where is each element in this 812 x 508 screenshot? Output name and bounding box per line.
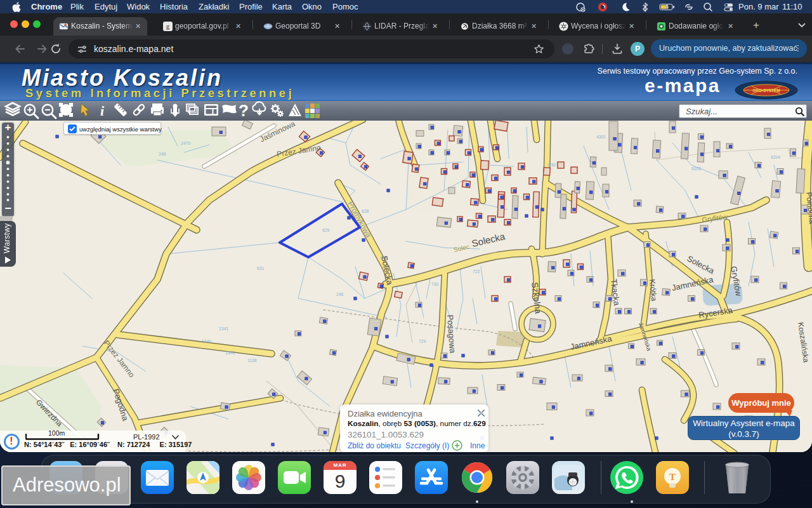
svg-text:?: ? bbox=[239, 101, 249, 120]
svg-text:631: 631 bbox=[257, 266, 265, 271]
svg-text:730: 730 bbox=[431, 282, 439, 286]
svg-text:248: 248 bbox=[159, 152, 166, 156]
svg-text:1282: 1282 bbox=[547, 163, 556, 167]
svg-text:T: T bbox=[669, 472, 676, 482]
svg-text:1343: 1343 bbox=[225, 351, 235, 355]
svg-text:729: 729 bbox=[419, 339, 426, 344]
svg-text:1341: 1341 bbox=[219, 326, 228, 331]
svg-text:629: 629 bbox=[322, 228, 330, 232]
svg-text:6204: 6204 bbox=[771, 155, 780, 159]
svg-text:2470: 2470 bbox=[181, 141, 190, 145]
svg-text:6205: 6205 bbox=[691, 166, 701, 171]
svg-text:628: 628 bbox=[362, 209, 369, 213]
svg-text:1138: 1138 bbox=[247, 358, 257, 363]
svg-text:246: 246 bbox=[336, 292, 344, 297]
svg-text:4301: 4301 bbox=[596, 135, 606, 139]
svg-text:GEO-SYSTEM: GEO-SYSTEM bbox=[752, 88, 780, 93]
svg-text:722: 722 bbox=[473, 269, 480, 274]
svg-text:1340: 1340 bbox=[202, 339, 211, 344]
svg-text:i: i bbox=[100, 103, 105, 119]
